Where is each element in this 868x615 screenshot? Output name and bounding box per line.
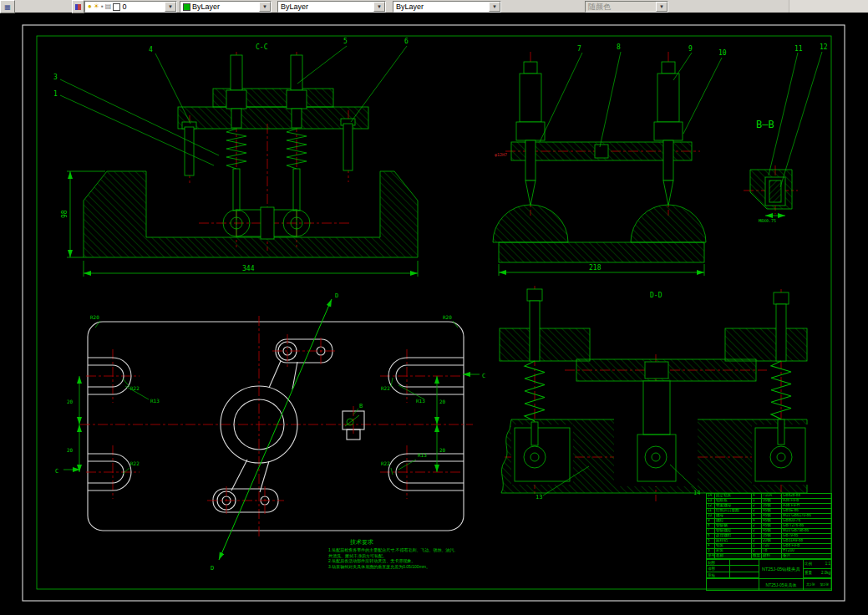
dim-r20-tl: R20 (90, 314, 99, 320)
color-control[interactable]: ByLayer ▼ (180, 1, 272, 13)
plotstyle-value: 随颜色 (588, 2, 611, 13)
view-label-dd: D-D (650, 292, 662, 299)
weight-label: 重量 (805, 569, 812, 577)
title-block: 14固定钻套4T10AGB828-8813钻模板135钢A36 F9-B12锁紧… (706, 493, 831, 602)
dim-r22-ll: R22 (130, 460, 140, 466)
title-block-main: 制图 描图 审核 NT25J-05钻模夹具 比例 1:1 重量 2.0kg (706, 559, 832, 591)
callout-8: 8 (617, 43, 621, 51)
layer-freeze-sun-icon[interactable]: ☀ (94, 3, 99, 11)
dim-20-l2: 20 (67, 447, 74, 453)
dim-r20-tr: R20 (443, 314, 452, 320)
dim-r13-ul: R13 (150, 398, 160, 404)
sheet-total: 共1张 (806, 582, 815, 587)
callout-13: 13 (536, 494, 542, 501)
callout-7: 7 (577, 45, 581, 53)
section-letter-d-top: D (335, 292, 338, 299)
parts-header-row: 序号名称数量材料备注 (707, 554, 832, 559)
layer-control[interactable]: ● ☀ ▪ ▤ 0 ▼ (84, 1, 177, 13)
plotstyle-control: 随颜色 ▼ (585, 1, 668, 13)
section-letter-d-bottom: D (211, 565, 214, 572)
toolbar-right-zone (789, 0, 868, 13)
parts-list-body: 14固定钻套4T10AGB828-8813钻模板135钢A36 F9-B12锁紧… (707, 494, 832, 559)
dim-218: 218 (589, 264, 602, 272)
lineweight-dropdown-arrow-icon[interactable]: ▼ (489, 2, 500, 12)
detail-letter-b: B (359, 403, 363, 409)
properties-toolbar: ▦ ● ☀ ▪ ▤ 0 ▼ ByLayer ▼ ByLayer ▼ ByLaye… (0, 0, 868, 13)
callout-14: 14 (693, 490, 700, 496)
dim-r22-ur: R22 (381, 385, 390, 391)
weight-value: 2.0kg (821, 569, 830, 577)
dim-20-l1: 20 (67, 399, 74, 404)
callout-1: 1 (53, 90, 58, 98)
drawing-canvas[interactable]: C-C 3 1 4 5 6 344 98 (0, 13, 868, 615)
linetype-control[interactable]: ByLayer ▼ (277, 1, 386, 13)
field-trace-label: 描图 (707, 566, 730, 571)
scale-label: 比例 (805, 560, 812, 568)
color-value: ByLayer (192, 3, 220, 11)
callout-4: 4 (149, 46, 153, 53)
view-label-bb: B—B (756, 119, 774, 130)
dim-20-r2: 20 (439, 447, 446, 453)
callout-10: 10 (718, 49, 727, 57)
parts-list-table: 14固定钻套4T10AGB828-8813钻模板135钢A36 F9-B12锁紧… (706, 493, 832, 559)
current-color-swatch (183, 3, 190, 11)
sheet-info: 共1张 第1张 (803, 578, 831, 590)
field-check-label: 审核 (707, 572, 730, 577)
callout-6: 6 (404, 38, 409, 45)
layer-name: 0 (122, 3, 126, 11)
toolbar-app-button[interactable]: ▦ (0, 0, 15, 13)
title-block-scale-weight: 比例 1:1 重量 2.0kg (803, 560, 831, 578)
callout-11: 11 (794, 45, 803, 53)
layer-lock-icon[interactable]: ▪ (101, 3, 104, 11)
drawing-code: NT25J-05钻模夹具 (759, 560, 803, 578)
callout-9: 9 (688, 45, 693, 53)
callout-5: 5 (343, 38, 348, 45)
layer-plot-icon[interactable]: ▤ (105, 3, 112, 11)
note-line: 3.钻套轴线对夹具体底面的垂直度允差为0.05/100mm。 (328, 564, 491, 570)
callout-12: 12 (820, 43, 828, 51)
dim-r22-ul: R22 (130, 385, 140, 391)
plotstyle-dropdown-arrow-icon: ▼ (656, 2, 667, 12)
make-layer-current-button[interactable] (72, 0, 84, 13)
app-icon: ▦ (4, 3, 11, 11)
lineweight-control[interactable]: ByLayer ▼ (393, 1, 501, 13)
layers-icon (75, 4, 81, 10)
lineweight-value: ByLayer (396, 3, 424, 11)
notes-lines: 1.装配前检查各零件的主要配合尺寸,不得有毛刺、飞边、锈蚀、油污, 并清洗、擦拭… (328, 547, 491, 569)
linetype-dropdown-arrow-icon[interactable]: ▼ (373, 2, 385, 12)
dim-98: 98 (61, 210, 69, 218)
dim-r13-ur: R13 (416, 398, 425, 404)
sheet-number: 第1张 (820, 582, 829, 587)
layer-on-bulb-icon[interactable]: ● (88, 3, 92, 11)
title-block-signatures: 制图 描图 审核 (707, 560, 759, 578)
callout-3: 3 (53, 74, 58, 81)
dim-hole: φ12H7 (495, 152, 507, 158)
layer-color-chip (113, 3, 120, 11)
dim-344: 344 (242, 265, 255, 272)
field-draw-label: 制图 (707, 560, 730, 565)
scale-value: 1:1 (825, 560, 830, 568)
dim-thread: M8X0.75 (759, 218, 776, 223)
dim-r13-lr: R13 (418, 452, 427, 458)
part-name: NT25J-05夹具体 (759, 578, 803, 590)
technical-notes: 技术要求 1.装配前检查各零件的主要配合尺寸,不得有毛刺、飞边、锈蚀、油污, 并… (328, 538, 491, 569)
dim-20-r1: 20 (439, 399, 446, 404)
section-letter-c-right: C (482, 373, 485, 379)
linetype-value: ByLayer (281, 3, 308, 11)
notes-title: 技术要求 (350, 538, 491, 546)
view-label-cc: C-C (256, 43, 268, 51)
title-block-empty-cell (707, 578, 759, 590)
section-letter-c-left: C (55, 468, 58, 475)
layer-dropdown-arrow-icon[interactable]: ▼ (165, 2, 176, 12)
cad-application-window: ▦ ● ☀ ▪ ▤ 0 ▼ ByLayer ▼ ByLayer ▼ ByLaye… (0, 0, 868, 615)
color-dropdown-arrow-icon[interactable]: ▼ (259, 2, 271, 12)
dim-r22-lr: R22 (381, 460, 390, 466)
